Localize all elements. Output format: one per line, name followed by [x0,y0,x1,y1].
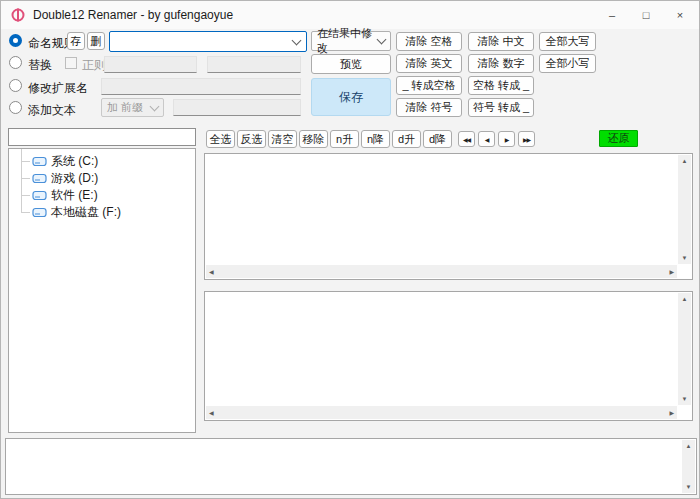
delete-rule-button[interactable]: 删 [87,32,105,50]
sort-date-desc-button[interactable]: d降 [423,130,452,148]
radio-change-extension[interactable] [9,79,22,92]
radio-replace[interactable] [9,56,22,69]
space-to-underscore-button[interactable]: 空格 转成 _ [468,76,534,95]
sort-name-desc-button[interactable]: n降 [361,130,390,148]
app-logo-icon [10,7,26,23]
tree-item-drive-f[interactable]: 本地磁盘 (F:) [9,204,195,221]
log-panel: ▲ ▼ [5,438,697,495]
remove-button[interactable]: 移除 [299,130,328,148]
drive-icon [32,173,47,184]
app-window: Double12 Renamer - by gufengaoyue – □ × … [0,0,700,499]
sort-date-asc-button[interactable]: d升 [392,130,421,148]
chevron-down-icon [150,101,160,111]
vertical-scrollbar[interactable]: ▲ ▼ [678,155,691,264]
replace-label: 替换 [28,57,52,74]
scope-select[interactable]: 在结果中修改 [311,31,391,51]
rename-pattern-combobox[interactable] [109,31,307,52]
tree-item-label: 系统 (C:) [51,153,98,170]
invert-selection-button[interactable]: 反选 [237,130,266,148]
drive-icon [32,207,47,218]
scroll-left-icon[interactable]: ◀ [206,407,217,419]
scroll-up-icon[interactable]: ▲ [683,440,695,452]
underscore-to-space-button[interactable]: _ 转成空格 [396,76,462,95]
tree-item-drive-d[interactable]: 游戏 (D:) [9,170,195,187]
original-names-list[interactable]: ▲ ▼ ◀ ▶ [204,153,693,280]
tree-item-label: 本地磁盘 (F:) [51,204,121,221]
radio-add-text[interactable] [9,101,22,114]
title-bar: Double12 Renamer - by gufengaoyue – □ × [1,1,699,29]
replace-to-field [207,56,301,73]
minimize-button[interactable]: – [595,1,629,29]
lowercase-button[interactable]: 全部小写 [539,54,596,73]
close-button[interactable]: × [663,1,697,29]
log-textarea[interactable] [6,439,696,494]
extension-field [101,78,301,95]
add-text-label: 添加文本 [28,102,76,119]
scroll-down-icon[interactable]: ▼ [683,481,695,493]
tree-item-drive-c[interactable]: 系统 (C:) [9,153,195,170]
clear-english-button[interactable]: 清除 英文 [396,54,462,73]
move-first-icon[interactable]: ◀◀ [458,131,475,147]
save-rule-button[interactable]: 存 [67,32,85,50]
scope-select-value: 在结果中修改 [317,26,378,56]
symbol-to-underscore-button[interactable]: 符号 转成 _ [468,98,534,117]
uppercase-button[interactable]: 全部大写 [539,32,596,51]
restore-button[interactable]: 还原 [599,130,638,147]
select-all-button[interactable]: 全选 [206,130,235,148]
add-text-field [173,99,301,116]
preview-names-list[interactable]: ▲ ▼ ◀ ▶ [204,291,693,421]
tree-connector [21,187,31,204]
preview-button[interactable]: 预览 [311,54,391,74]
clear-list-button[interactable]: 清空 [268,130,297,148]
path-input[interactable] [8,128,196,146]
replace-from-field [104,56,197,73]
horizontal-scrollbar[interactable]: ◀ ▶ [206,265,677,278]
move-last-icon[interactable]: ▶▶ [518,131,535,147]
regex-label: 正则 [82,57,106,74]
save-button[interactable]: 保存 [311,78,391,116]
tree-connector [21,204,31,221]
scroll-left-icon[interactable]: ◀ [206,266,217,278]
change-extension-label: 修改扩展名 [28,80,88,97]
rename-pattern-input[interactable] [110,35,293,49]
tree-item-label: 游戏 (D:) [51,170,98,187]
scroll-down-icon[interactable]: ▼ [679,252,691,264]
scroll-down-icon[interactable]: ▼ [679,393,691,405]
vertical-scrollbar[interactable]: ▲ ▼ [678,293,691,405]
sort-name-asc-button[interactable]: n升 [330,130,359,148]
horizontal-scrollbar[interactable]: ◀ ▶ [206,406,677,419]
clear-digits-button[interactable]: 清除 数字 [468,54,534,73]
drive-icon [32,190,47,201]
chevron-down-icon [377,35,387,45]
tree-item-label: 软件 (E:) [51,187,98,204]
radio-naming-rule[interactable] [9,34,22,47]
regex-checkbox [65,57,77,69]
clear-chinese-button[interactable]: 清除 中文 [468,32,534,51]
vertical-scrollbar[interactable]: ▲ ▼ [682,440,695,493]
drive-icon [32,156,47,167]
scroll-up-icon[interactable]: ▲ [679,293,691,305]
scroll-up-icon[interactable]: ▲ [679,155,691,167]
scroll-right-icon[interactable]: ▶ [666,266,677,278]
tree-connector [21,153,31,170]
clear-spaces-button[interactable]: 清除 空格 [396,32,462,51]
tree-item-drive-e[interactable]: 软件 (E:) [9,187,195,204]
tree-connector [21,170,31,187]
scroll-right-icon[interactable]: ▶ [666,407,677,419]
prefix-mode-value: 加 前缀 [107,100,143,115]
drive-tree: 系统 (C:) 游戏 (D:) 软件 (E:) 本地磁盘 (F:) [8,148,196,433]
window-title: Double12 Renamer - by gufengaoyue [33,8,233,22]
maximize-button[interactable]: □ [629,1,663,29]
clear-symbols-button[interactable]: 清除 符号 [396,98,462,117]
move-down-icon[interactable]: ▶ [498,131,515,147]
chevron-down-icon [292,35,302,45]
prefix-mode-select: 加 前缀 [101,98,164,117]
move-up-icon[interactable]: ◀ [478,131,495,147]
